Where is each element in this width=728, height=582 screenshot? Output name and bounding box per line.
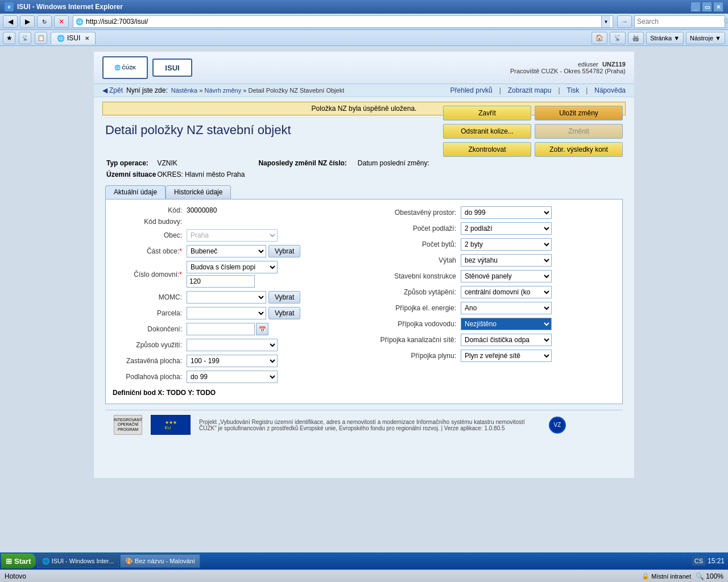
field-row-zpusob-vyuziti: Způsob využití: (113, 339, 358, 351)
history-button[interactable]: 📋 (35, 32, 47, 44)
breadcrumb-current: Detail Položky NZ Stavební Objekt (248, 87, 344, 94)
close-button[interactable]: ✕ (713, 2, 723, 12)
podlahova-plocha-select[interactable]: do 99 (187, 371, 278, 383)
cast-obce-vybrat-button[interactable]: Vybrat (268, 245, 300, 257)
feeds-button[interactable]: 📡 (19, 32, 31, 44)
favorites-button[interactable]: ★ (3, 32, 15, 44)
breadcrumb-right: Přehled prvků | Zobrazit mapu | Tisk | N… (450, 86, 626, 94)
check-button[interactable]: Zkontrolovat (443, 142, 531, 157)
zpusob-vyuziti-select[interactable] (187, 339, 278, 351)
sep1: | (499, 86, 501, 94)
search-input[interactable] (637, 18, 722, 26)
taskbar-item-mspaint[interactable]: 🎨 Bez názvu - Malování (120, 554, 200, 568)
search-area: 🔍 (634, 15, 725, 28)
breadcrumb-navrh-zmeny[interactable]: Návrh změny (204, 87, 241, 94)
field-row-zpusob-vytapeni: Způsob vytápění: centrální domovní (ko (370, 286, 615, 298)
tab-historicke[interactable]: Historické údaje (166, 185, 231, 199)
tisk-link[interactable]: Tisk (567, 86, 580, 94)
def-y-label: Y: (188, 389, 196, 397)
momc-vybrat-button[interactable]: Vybrat (268, 291, 300, 304)
browser-icon: e (5, 2, 14, 11)
feeds-btn[interactable]: 📡 (610, 32, 626, 44)
field-row-zastavena-plocha: Zastavěná plocha: 100 - 199 (113, 355, 358, 367)
field-row-vytah: Výtah bez výtahu (370, 254, 615, 267)
pripojka-kanal-select[interactable]: Domácí čistička odpa (461, 334, 552, 346)
obec-label: Obec: (113, 231, 187, 239)
show-results-button[interactable]: Zobr. výsledky kont (535, 142, 623, 157)
address-dropdown[interactable]: ▼ (601, 16, 610, 27)
operation-label: Typ operace: (106, 158, 156, 168)
pripojka-vody-select[interactable]: Nezjištěno (461, 318, 552, 330)
cislo-domovni-inputs: Budova s číslem popi (187, 261, 278, 288)
page-button[interactable]: Stránka ▼ (646, 32, 684, 44)
restore-button[interactable]: ▭ (702, 2, 712, 12)
forward-button[interactable]: ▶ (20, 15, 35, 28)
info-table: Typ operace: VZNIK Naposledy změnil NZ č… (105, 157, 432, 181)
kod-budovy-label: Kód budovy: (113, 218, 187, 226)
username-label: ediuser (578, 61, 598, 68)
cast-obce-select[interactable]: Bubeneč (187, 245, 266, 257)
dokonceni-input[interactable] (187, 323, 255, 335)
vytah-select[interactable]: bez výtahu (461, 254, 552, 267)
field-row-pripojka-plynu: Přípojka plynu: Plyn z veřejné sítě (370, 350, 615, 362)
pripojka-plynu-select[interactable]: Plyn z veřejné sítě (461, 350, 552, 362)
calendar-button[interactable]: 📅 (256, 323, 268, 335)
save-button[interactable]: Uložit změny (535, 106, 623, 120)
zobrazit-mapu-link[interactable]: Zobrazit mapu (508, 86, 552, 94)
status-right: 🔒 Místní intranet 🔍 100% (642, 572, 723, 580)
address-input[interactable] (86, 18, 601, 26)
parcela-vybrat-button[interactable]: Vybrat (268, 307, 300, 319)
taskbar-item-isui[interactable]: 🌐 ISUI - Windows Inter... (37, 554, 119, 568)
start-button[interactable]: ⊞ Start (1, 554, 36, 568)
kod-label: Kód: (113, 206, 187, 214)
taskbar-paint-icon: 🎨 (125, 558, 133, 565)
field-row-momc: MOMC: Vybrat (113, 291, 358, 304)
zpusob-vytapeni-label: Způsob vytápění: (370, 288, 461, 296)
pripojka-plynu-label: Přípojka plynu: (370, 352, 461, 360)
obestaveny-prostor-select[interactable]: do 999 (461, 206, 552, 219)
windows-icon: ⊞ (6, 557, 12, 566)
back-label: Zpět (109, 86, 123, 94)
go-button[interactable]: → (617, 15, 632, 28)
cislo-domovni-type-select[interactable]: Budova s číslem popi (187, 261, 278, 273)
refresh-button[interactable]: ↻ (37, 15, 52, 28)
logo-area: 🌐 ČÚZK ISUI (102, 56, 192, 79)
parcela-select[interactable] (187, 307, 266, 319)
print-button[interactable]: 🖨️ (628, 32, 644, 44)
pocet-bytu-select[interactable]: 2 byty (461, 238, 552, 251)
operation-value: VZNIK (157, 158, 245, 168)
tools-button[interactable]: Nástroje ▼ (686, 32, 725, 44)
pocet-podlazi-label: Počet podlaží: (370, 225, 461, 232)
zpusob-vytapeni-select[interactable]: centrální domovní (ko (461, 286, 552, 298)
back-button[interactable]: ◀ (3, 15, 18, 28)
back-link[interactable]: ◀ Zpět (102, 86, 123, 94)
podlahova-plocha-label: Podlahová plocha: (113, 373, 187, 381)
user-code: UNZ119 (602, 61, 626, 68)
stavebni-konstrukce-select[interactable]: Stěnové panely (461, 270, 552, 282)
browser-tab[interactable]: 🌐 ISUI ✕ (51, 32, 96, 44)
napoveda-link[interactable]: Nápověda (594, 86, 626, 94)
taskbar-right: CS 15:21 (692, 556, 727, 566)
prehled-prvku-link[interactable]: Přehled prvků (450, 86, 493, 94)
field-row-obec: Obec: Praha (113, 229, 358, 242)
tab-close-icon[interactable]: ✕ (85, 35, 89, 41)
stop-button[interactable]: ✕ (54, 15, 69, 28)
momc-select[interactable] (187, 291, 266, 304)
minimize-button[interactable]: _ (690, 2, 701, 12)
remove-collision-button[interactable]: Odstranit kolize... (443, 124, 531, 139)
pocet-bytu-label: Počet bytů: (370, 240, 461, 248)
breadcrumb-nastenkа[interactable]: Nástěnka (171, 87, 197, 94)
close-button[interactable]: Zavřít (443, 106, 531, 120)
tab-aktualni[interactable]: Aktuální údaje (105, 185, 166, 199)
pocet-podlazi-select[interactable]: 2 podlaží (461, 222, 552, 235)
window-controls[interactable]: _ ▭ ✕ (690, 2, 723, 12)
home-button[interactable]: 🏠 (592, 32, 607, 44)
button-row-1: Zavřít Uložit změny (443, 106, 623, 120)
breadcrumb-path: Nástěnka » Návrh změny » Detail Položky … (171, 87, 345, 94)
cuzk-logo: 🌐 ČÚZK (102, 56, 148, 79)
cislo-domovni-input[interactable] (187, 275, 255, 288)
pripojka-el-select[interactable]: Ano (461, 302, 552, 314)
zastavena-plocha-select[interactable]: 100 - 199 (187, 355, 278, 367)
breadcrumb-current-label: Nyní jste zde: (126, 86, 168, 94)
obec-select[interactable]: Praha (187, 229, 278, 242)
